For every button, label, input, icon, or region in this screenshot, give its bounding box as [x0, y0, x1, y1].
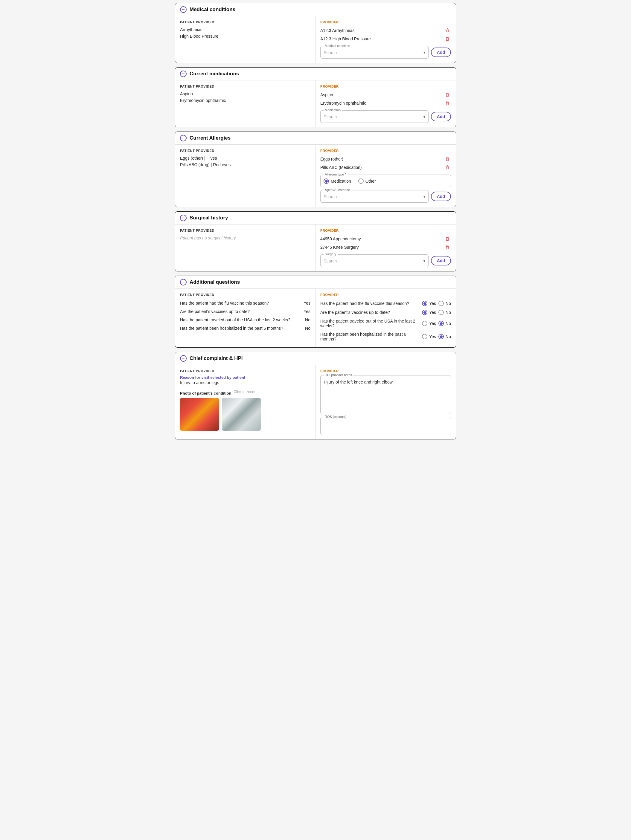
allergy-search-row: Agent/Substance Search ▾ Add [320, 190, 451, 203]
dropdown-arrow-icon: ▾ [424, 194, 425, 199]
radio-yes-icon [422, 321, 427, 326]
list-item: Has the patient had the flu vaccine this… [180, 299, 310, 307]
list-item: Erythromycin ophthalmic 🗑 [320, 99, 451, 107]
radio-medication-icon [324, 178, 329, 184]
surgery-search-field[interactable]: Surgery Search ▾ [320, 254, 429, 267]
provider-label: PROVIDER [320, 293, 451, 297]
zoom-link[interactable]: Click to zoom [234, 390, 255, 394]
medical-condition-search-row: Medical condition Search ▾ Add [320, 46, 451, 58]
no-radio[interactable]: No [438, 310, 451, 315]
radio-other-icon [358, 178, 364, 184]
provider-label: PROVIDER [320, 21, 451, 24]
collapse-icon[interactable] [180, 355, 187, 362]
allergen-type-label: Allergen type * [324, 172, 348, 176]
questions-provider-col: PROVIDER Has the patient had the flu vac… [315, 289, 456, 347]
page-container: Medical conditions PATIENT PROVIDED Arrh… [172, 0, 459, 447]
surgical-history-header: Surgical history [175, 212, 456, 224]
list-item: Are the patient's vaccines up to date? Y… [320, 308, 451, 317]
current-medications-title: Current medications [190, 71, 239, 77]
photo-label: Photo of patient's condition [180, 391, 231, 395]
list-item: 27445 Knee Surgery 🗑 [320, 243, 451, 251]
medical-conditions-section: Medical conditions PATIENT PROVIDED Arrh… [175, 3, 456, 63]
search-placeholder: Search [324, 50, 337, 55]
surgical-history-body: PATIENT PROVIDED Patient has no surgical… [175, 224, 456, 271]
collapse-icon[interactable] [180, 71, 187, 77]
collapse-icon[interactable] [180, 6, 187, 13]
no-label: No [446, 321, 451, 326]
current-allergies-header: Current Allergies [175, 132, 456, 145]
patient-label: PATIENT PROVIDED [180, 149, 310, 152]
delete-button[interactable]: 🗑 [444, 27, 451, 34]
hpi-field-label: HPI provider notes [324, 373, 353, 377]
chief-provider-col: PROVIDER HPI provider notes Injury of th… [315, 365, 456, 439]
collapse-icon[interactable] [180, 135, 187, 141]
current-medications-section: Current medications PATIENT PROVIDED Asp… [175, 67, 456, 127]
hpi-text: Injury of the left knee and right elbow [324, 380, 447, 384]
delete-button[interactable]: 🗑 [444, 164, 451, 171]
allergies-provider-col: PROVIDER Eggs (other) 🗑 Pills ABC (Medic… [315, 145, 456, 207]
medication-search-field[interactable]: Medication Search ▾ [320, 110, 429, 123]
delete-button[interactable]: 🗑 [444, 244, 451, 251]
no-radio[interactable]: No [438, 334, 451, 339]
radio-no-icon [438, 334, 444, 339]
chief-complaint-header: Chief complaint & HPI [175, 352, 456, 365]
yes-radio[interactable]: Yes [422, 321, 436, 326]
allergen-medication-label: Medication [331, 179, 351, 183]
delete-button[interactable]: 🗑 [444, 235, 451, 242]
yes-no-radios: Yes No [422, 301, 451, 306]
medical-condition-search-field[interactable]: Medical condition Search ▾ [320, 46, 429, 58]
yes-radio[interactable]: Yes [422, 301, 436, 306]
allergen-other-label: Other [365, 179, 376, 183]
yes-radio[interactable]: Yes [422, 334, 436, 339]
medication-add-button[interactable]: Add [431, 112, 451, 122]
yes-no-radios: Yes No [422, 321, 451, 326]
current-medications-header: Current medications [175, 68, 456, 81]
list-item: Has the patient been hospitalized in the… [180, 324, 310, 332]
hpi-notes-box[interactable]: HPI provider notes Injury of the left kn… [320, 375, 451, 414]
medical-conditions-provider-col: PROVIDER A12.3 Arrhythmias 🗑 A12.3 High … [315, 16, 456, 63]
list-item: Has the patient traveled out of the USA … [180, 316, 310, 324]
patient-label: PATIENT PROVIDED [180, 21, 310, 24]
agent-field-label: Agent/Substance [324, 188, 351, 192]
delete-button[interactable]: 🗑 [444, 92, 451, 98]
collapse-icon[interactable] [180, 215, 187, 221]
list-item: Has the patient been hospitalized in the… [320, 330, 451, 343]
agent-search-field[interactable]: Agent/Substance Search ▾ [320, 190, 429, 203]
allergies-patient-col: PATIENT PROVIDED Eggs (other) | Hives Pi… [175, 145, 315, 207]
delete-button[interactable]: 🗑 [444, 36, 451, 42]
allergy-add-button[interactable]: Add [431, 192, 451, 201]
radio-yes-icon [422, 310, 427, 315]
list-item: A12.3 High Blood Pressure 🗑 [320, 35, 451, 43]
delete-button[interactable]: 🗑 [444, 156, 451, 162]
list-item: Arrhythmias [180, 26, 310, 33]
list-item: Aspirin [180, 91, 310, 97]
medical-condition-add-button[interactable]: Add [431, 47, 451, 57]
delete-button[interactable]: 🗑 [444, 100, 451, 106]
no-label: No [446, 334, 451, 339]
list-item: A12.3 Arrhythmias 🗑 [320, 26, 451, 35]
chief-complaint-section: Chief complaint & HPI PATIENT PROVIDED R… [175, 352, 456, 439]
patient-photo-1[interactable] [180, 398, 219, 431]
dropdown-arrow-icon: ▾ [424, 259, 425, 263]
provider-label: PROVIDER [320, 149, 451, 152]
radio-no-icon [438, 321, 444, 326]
surgery-provider-col: PROVIDER 44950 Appendectomy 🗑 27445 Knee… [315, 224, 456, 271]
reason-text: Injury to arms or legs [180, 380, 310, 385]
radio-yes-icon [422, 334, 427, 339]
allergen-other-radio[interactable]: Other [358, 178, 376, 184]
current-allergies-body: PATIENT PROVIDED Eggs (other) | Hives Pi… [175, 145, 456, 207]
chief-complaint-body: PATIENT PROVIDED Reason for visit select… [175, 365, 456, 439]
patient-photo-2[interactable] [222, 398, 261, 431]
no-radio[interactable]: No [438, 321, 451, 326]
surgical-history-section: Surgical history PATIENT PROVIDED Patien… [175, 212, 456, 272]
ros-box[interactable]: ROS (optional) [320, 417, 451, 435]
list-item: Has the patient traveled out of the USA … [320, 317, 451, 330]
yes-radio[interactable]: Yes [422, 310, 436, 315]
collapse-icon[interactable] [180, 279, 187, 286]
search-field-label: Medical condition [324, 44, 351, 47]
surgery-add-button[interactable]: Add [431, 256, 451, 265]
allergen-medication-radio[interactable]: Medication [324, 178, 351, 184]
no-radio[interactable]: No [438, 301, 451, 306]
current-allergies-title: Current Allergies [190, 135, 231, 141]
additional-questions-body: PATIENT PROVIDED Has the patient had the… [175, 289, 456, 347]
